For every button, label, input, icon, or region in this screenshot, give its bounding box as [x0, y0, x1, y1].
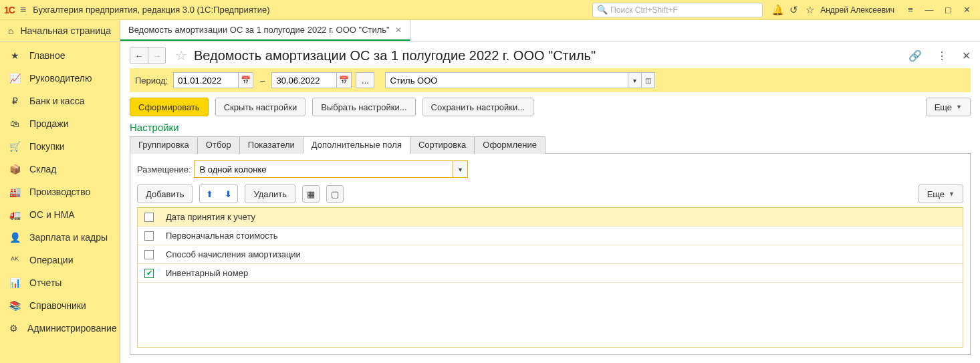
uncheck-all-icon[interactable]: ▢ — [326, 185, 344, 203]
sidebar-item-6[interactable]: 🏭Производство — [0, 180, 120, 203]
sidebar-icon: 📚 — [9, 300, 20, 311]
sidebar-icon: 👤 — [9, 232, 20, 243]
date-to-calendar-icon[interactable]: 📅 — [336, 73, 351, 88]
settings-tab-4[interactable]: Сортировка — [410, 136, 475, 154]
star-icon[interactable]: ☆ — [802, 4, 818, 16]
select-settings-button[interactable]: Выбрать настройки... — [312, 98, 415, 116]
org-dropdown-icon[interactable]: ▾ — [628, 73, 641, 88]
sidebar-icon: 📊 — [9, 277, 20, 288]
more-button[interactable]: Еще▼ — [926, 98, 971, 116]
date-from-input[interactable] — [174, 73, 238, 88]
sidebar-item-4[interactable]: 🛒Покупки — [0, 135, 120, 158]
period-label: Период: — [135, 76, 168, 86]
placement-input[interactable] — [195, 161, 453, 177]
field-label: Первоначальная стоимость — [166, 231, 278, 241]
window-menu-icon[interactable]: ≡ — [901, 5, 920, 15]
nav-forward-button[interactable]: → — [148, 47, 165, 64]
date-from-calendar-icon[interactable]: 📅 — [238, 73, 253, 88]
sidebar-item-10[interactable]: 📊Отчеты — [0, 271, 120, 294]
sidebar-item-9[interactable]: ᴬᴷОперации — [0, 249, 120, 271]
sidebar-icon: 🛒 — [9, 141, 20, 152]
move-down-icon[interactable]: ⬇ — [220, 187, 236, 201]
placement-wrap: ▾ — [194, 160, 468, 178]
tab-close-icon[interactable]: ✕ — [395, 25, 402, 35]
bell-icon[interactable]: 🔔 — [769, 4, 785, 16]
minimize-icon[interactable]: — — [920, 5, 939, 15]
period-dash: – — [260, 76, 265, 86]
check-all-icon[interactable]: ▦ — [302, 185, 320, 203]
app-title: Бухгалтерия предприятия, редакция 3.0 (1… — [33, 5, 269, 15]
field-row-3[interactable]: Инвентарный номер — [138, 264, 963, 283]
form-button[interactable]: Сформировать — [130, 98, 209, 116]
add-button[interactable]: Добавить — [137, 185, 193, 203]
sidebar-item-label: Администрирование — [27, 323, 117, 334]
sidebar-item-11[interactable]: 📚Справочники — [0, 294, 120, 317]
sidebar-item-label: Главное — [29, 50, 66, 61]
settings-tabs: ГруппировкаОтборПоказателиДополнительные… — [130, 136, 971, 154]
sidebar-item-0[interactable]: ★Главное — [0, 44, 120, 67]
field-row-1[interactable]: Первоначальная стоимость — [138, 227, 963, 245]
open-tab[interactable]: Ведомость амортизации ОС за 1 полугодие … — [120, 20, 410, 41]
field-checkbox[interactable] — [144, 269, 154, 278]
settings-tab-5[interactable]: Оформление — [474, 136, 545, 154]
settings-tab-1[interactable]: Отбор — [197, 136, 240, 154]
history-icon[interactable]: ↺ — [785, 4, 802, 16]
link-icon[interactable]: 🔗 — [908, 49, 922, 62]
action-row: Сформировать Скрыть настройки Выбрать на… — [130, 98, 971, 116]
org-input[interactable] — [386, 73, 628, 88]
sidebar-item-5[interactable]: 📦Склад — [0, 158, 120, 180]
sidebar-item-label: Производство — [29, 187, 90, 197]
sidebar-icon: 🏭 — [9, 187, 20, 197]
sidebar-item-label: Зарплата и кадры — [29, 232, 108, 243]
search-input[interactable]: 🔍 Поиск Ctrl+Shift+F — [592, 3, 763, 17]
field-row-0[interactable]: Дата принятия к учету — [138, 208, 963, 227]
page-title: Ведомость амортизации ОС за 1 полугодие … — [194, 48, 596, 64]
save-settings-button[interactable]: Сохранить настройки... — [422, 98, 534, 116]
search-placeholder: Поиск Ctrl+Shift+F — [610, 5, 678, 15]
field-checkbox[interactable] — [144, 213, 154, 222]
sidebar-item-1[interactable]: 📈Руководителю — [0, 67, 120, 90]
sidebar-icon: ₽ — [9, 96, 20, 106]
placement-row: Размещение: ▾ — [137, 160, 963, 178]
sidebar: ★Главное📈Руководителю₽Банк и касса🛍Прода… — [0, 41, 120, 363]
org-wrap: ▾ ◫ — [385, 72, 655, 88]
field-checkbox[interactable] — [144, 231, 154, 241]
menu-icon[interactable]: ≡ — [20, 4, 26, 16]
settings-label: Настройки — [130, 122, 971, 133]
sidebar-item-label: Склад — [29, 164, 57, 174]
close-icon[interactable]: ✕ — [957, 5, 976, 15]
sidebar-item-3[interactable]: 🛍Продажи — [0, 112, 120, 135]
settings-tab-2[interactable]: Показатели — [239, 136, 303, 154]
move-up-icon[interactable]: ⬆ — [201, 187, 217, 201]
sidebar-item-12[interactable]: ⚙Администрирование — [0, 317, 120, 340]
maximize-icon[interactable]: ◻ — [939, 5, 957, 15]
field-row-2[interactable]: Способ начисления амортизации — [138, 245, 963, 264]
sidebar-icon: 🚛 — [9, 209, 20, 220]
title-bar: ← → ☆ Ведомость амортизации ОС за 1 полу… — [130, 47, 971, 64]
field-checkbox[interactable] — [144, 250, 154, 259]
kebab-icon[interactable]: ⋮ — [937, 49, 947, 62]
user-name[interactable]: Андрей Алексеевич — [820, 5, 894, 15]
date-to-input[interactable] — [272, 73, 336, 88]
close-page-icon[interactable]: ✕ — [962, 49, 971, 62]
delete-button[interactable]: Удалить — [245, 185, 295, 203]
sidebar-item-7[interactable]: 🚛ОС и НМА — [0, 203, 120, 226]
home-label: Начальная страница — [20, 25, 110, 36]
nav-back-button[interactable]: ← — [130, 47, 148, 64]
settings-tab-3[interactable]: Дополнительные поля — [303, 136, 410, 154]
home-icon: ⌂ — [8, 25, 13, 36]
favorite-icon[interactable]: ☆ — [175, 47, 187, 64]
org-open-icon[interactable]: ◫ — [641, 73, 654, 88]
fields-table: Дата принятия к учетуПервоначальная стои… — [137, 207, 963, 348]
period-dots-button[interactable]: ... — [356, 72, 374, 88]
home-tab[interactable]: ⌂ Начальная страница — [0, 20, 120, 41]
date-to-wrap: 📅 — [271, 72, 352, 88]
sidebar-item-8[interactable]: 👤Зарплата и кадры — [0, 226, 120, 249]
sidebar-item-2[interactable]: ₽Банк и касса — [0, 90, 120, 112]
hide-settings-button[interactable]: Скрыть настройки — [215, 98, 306, 116]
sidebar-item-label: Покупки — [29, 141, 65, 152]
placement-dropdown-icon[interactable]: ▾ — [453, 161, 467, 177]
main-area: ← → ☆ Ведомость амортизации ОС за 1 полу… — [120, 41, 980, 363]
settings-tab-0[interactable]: Группировка — [130, 136, 198, 154]
tool-more-button[interactable]: Еще▼ — [918, 185, 963, 203]
